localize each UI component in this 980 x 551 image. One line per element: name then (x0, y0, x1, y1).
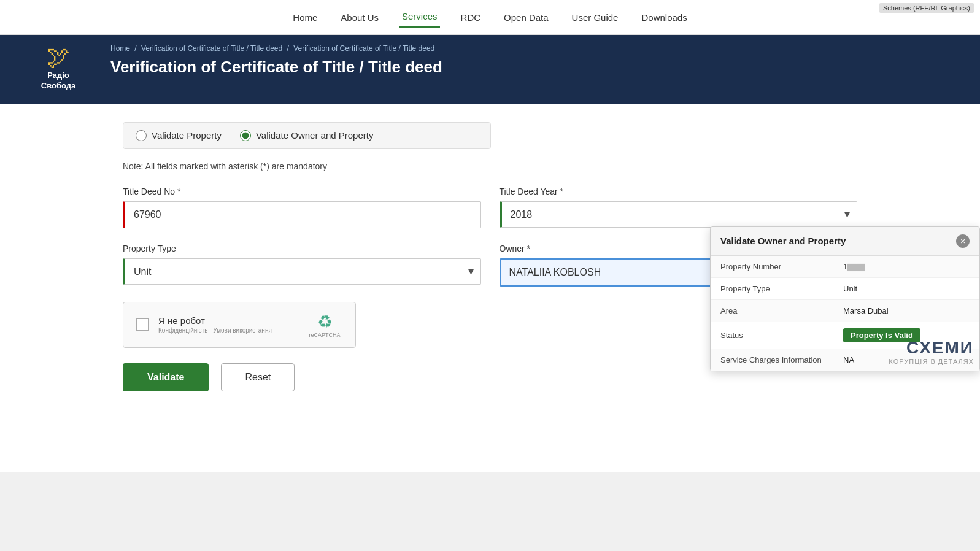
title-deed-no-label: Title Deed No * (123, 187, 481, 196)
logo-bird-icon: 🕊 (47, 44, 70, 71)
main-content: Validate Property Validate Owner and Pro… (0, 104, 980, 472)
recaptcha-sub: Конфіденційність - Умови використання (158, 327, 297, 334)
watermark-sub-text: КОРУПЦІЯ В ДЕТАЛЯХ (889, 358, 974, 365)
breadcrumb-level1[interactable]: Verification of Certificate of Title / T… (141, 44, 282, 53)
modal-value-property-number: 1████ (843, 262, 865, 271)
breadcrumb-home[interactable]: Home (110, 44, 130, 53)
modal-row-property-number: Property Number 1████ (711, 256, 979, 278)
nav-opendata[interactable]: Open Data (501, 7, 551, 28)
title-deed-year-select[interactable]: 2018 2019 2020 2017 (500, 201, 858, 228)
logo: 🕊 Радіо Свобода (25, 44, 92, 91)
radio-validate-owner-property[interactable]: Validate Owner and Property (240, 130, 374, 141)
validate-button[interactable]: Validate (123, 363, 209, 391)
mandatory-note: Note: All fields marked with asterisk (*… (123, 161, 857, 171)
radio-validate-property[interactable]: Validate Property (136, 130, 222, 141)
modal-value-property-type: Unit (843, 284, 857, 293)
property-type-wrapper: Unit Land Building ▾ (123, 258, 481, 285)
breadcrumb-level2[interactable]: Verification of Certificate of Title / T… (293, 44, 434, 53)
corner-label: Schemes (RFE/RL Graphics) (879, 3, 974, 13)
recaptcha-label: Я не робот (158, 315, 297, 326)
title-deed-year-wrapper: 2018 2019 2020 2017 ▾ (500, 201, 858, 228)
nav-userguide[interactable]: User Guide (569, 7, 621, 28)
property-type-label: Property Type (123, 244, 481, 253)
breadcrumb: Home / Verification of Certificate of Ti… (110, 44, 955, 53)
watermark-main-text: СХЕМИ (889, 338, 974, 358)
recaptcha-logo-icon: ♻ (317, 312, 333, 332)
radio-validate-owner-property-input[interactable] (240, 130, 251, 141)
nav-services[interactable]: Services (399, 6, 440, 28)
radio-validate-property-input[interactable] (136, 130, 147, 141)
header-content: Home / Verification of Certificate of Ti… (110, 44, 955, 77)
modal-header: Validate Owner and Property × (711, 227, 979, 256)
modal-field-area: Area (720, 306, 843, 315)
property-type-select[interactable]: Unit Land Building (123, 258, 481, 285)
page-title: Verification of Certificate of Title / T… (110, 58, 955, 77)
title-deed-year-label: Title Deed Year * (500, 187, 858, 196)
modal-title: Validate Owner and Property (720, 236, 846, 246)
modal-field-property-number: Property Number (720, 262, 843, 271)
recaptcha-brand-area: ♻ reCAPTCHA (306, 312, 343, 338)
title-deed-no-input[interactable] (123, 201, 481, 228)
nav-downloads[interactable]: Downloads (639, 7, 689, 28)
recaptcha-brand-label: reCAPTCHA (309, 332, 340, 338)
property-type-group: Property Type Unit Land Building ▾ (123, 244, 481, 287)
nav-rdc[interactable]: RDC (458, 7, 484, 28)
modal-value-service-charges: NA (843, 355, 854, 364)
recaptcha-box: Я не робот Конфіденційність - Умови вико… (123, 302, 356, 348)
modal-overlay: Validate Owner and Property × Property N… (710, 226, 980, 371)
watermark: СХЕМИ КОРУПЦІЯ В ДЕТАЛЯХ (889, 338, 974, 365)
modal-field-status: Status (720, 331, 843, 340)
title-deed-no-group: Title Deed No * (123, 187, 481, 228)
modal-value-area: Marsa Dubai (843, 306, 889, 315)
reset-button[interactable]: Reset (221, 363, 295, 391)
modal-field-service-charges: Service Charges Information (720, 355, 843, 364)
logo-text: Радіо Свобода (41, 71, 75, 91)
radio-group: Validate Property Validate Owner and Pro… (123, 122, 491, 149)
radio-validate-owner-property-label: Validate Owner and Property (256, 130, 374, 141)
recaptcha-text-area: Я не робот Конфіденційність - Умови вико… (158, 315, 297, 334)
top-navigation: Home About Us Services RDC Open Data Use… (0, 0, 980, 35)
nav-about[interactable]: About Us (338, 7, 381, 28)
recaptcha-checkbox[interactable] (136, 318, 149, 331)
modal-row-area: Area Marsa Dubai (711, 300, 979, 322)
modal-close-button[interactable]: × (956, 234, 970, 248)
modal-field-property-type: Property Type (720, 284, 843, 293)
modal-row-property-type: Property Type Unit (711, 278, 979, 300)
form-row-1: Title Deed No * Title Deed Year * 2018 2… (123, 187, 857, 228)
nav-home[interactable]: Home (290, 7, 320, 28)
title-deed-year-group: Title Deed Year * 2018 2019 2020 2017 ▾ (500, 187, 858, 228)
header-band: 🕊 Радіо Свобода Home / Verification of C… (0, 35, 980, 104)
radio-validate-property-label: Validate Property (152, 130, 222, 141)
